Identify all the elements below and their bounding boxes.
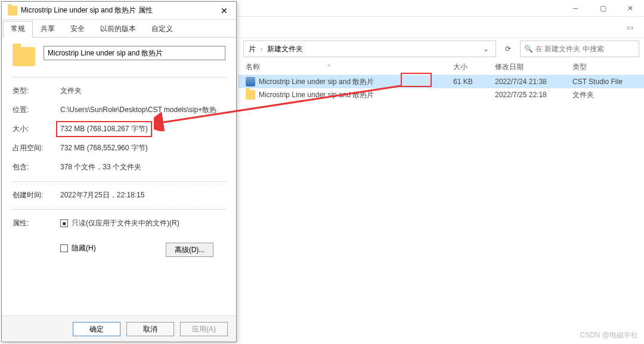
created-value: 2022年7月25日，22:18:15 xyxy=(60,190,225,200)
close-button[interactable]: ✕ xyxy=(212,2,236,20)
search-input[interactable]: 🔍 在 新建文件夹 中搜索 xyxy=(520,41,639,57)
details-icon[interactable]: ▭ xyxy=(620,18,639,37)
file-type: 文件夹 xyxy=(572,90,644,100)
folder-icon xyxy=(246,90,255,100)
minimize-button[interactable]: ─ xyxy=(562,0,589,17)
file-row[interactable]: Microstrip Line under sip and 散热片 61 KB … xyxy=(239,75,644,88)
breadcrumb-prefix[interactable]: 片 xyxy=(246,44,258,54)
annotation-highlight-size xyxy=(401,73,432,87)
cst-file-icon xyxy=(246,77,255,86)
readonly-checkbox[interactable]: ■ xyxy=(60,219,68,227)
ok-button[interactable]: 确定 xyxy=(73,322,120,336)
breadcrumb[interactable]: 片 › 新建文件夹 ⌄ xyxy=(243,41,496,57)
readonly-label: 只读(仅应用于文件夹中的文件)(R) xyxy=(72,218,179,228)
dialog-button-row: 确定 取消 应用(A) xyxy=(2,315,236,342)
search-icon: 🔍 xyxy=(524,45,533,53)
size-label: 大小: xyxy=(13,124,60,134)
hidden-label: 隐藏(H) xyxy=(72,243,96,253)
chevron-right-icon: › xyxy=(261,46,262,52)
file-date: 2022/7/25 22:18 xyxy=(495,91,572,99)
explorer-window: ─ ▢ ✕ ▭ 片 › 新建文件夹 ⌄ ⟳ 🔍 在 新建文件夹 中搜索 名称 ^… xyxy=(239,0,644,344)
size-on-disk-label: 占用空间: xyxy=(13,143,60,153)
maximize-button[interactable]: ▢ xyxy=(589,0,617,17)
sort-ascending-icon: ^ xyxy=(327,64,330,70)
tab-general[interactable]: 常规 xyxy=(3,21,33,38)
close-button[interactable]: ✕ xyxy=(617,0,644,17)
explorer-toolbar: ▭ xyxy=(239,17,644,38)
apply-button[interactable]: 应用(A) xyxy=(180,322,228,336)
created-label: 创建时间: xyxy=(13,190,60,200)
location-value: C:\Users\SunRole\Desktop\CST models\sip+… xyxy=(60,105,225,115)
type-value: 文件夹 xyxy=(60,86,225,96)
advanced-button[interactable]: 高级(D)... xyxy=(166,243,213,257)
properties-dialog: Microstrip Line under sip and 散热片 属性 ✕ 常… xyxy=(1,1,237,342)
attributes-label: 属性: xyxy=(13,218,60,234)
dialog-titlebar: Microstrip Line under sip and 散热片 属性 ✕ xyxy=(2,2,236,20)
location-label: 位置: xyxy=(13,105,60,115)
tab-strip: 常规 共享 安全 以前的版本 自定义 xyxy=(2,20,236,38)
file-date: 2022/7/24 21:38 xyxy=(495,78,572,86)
annotation-highlight-size-value: 732 MB (768,108,267 字节) xyxy=(56,121,152,137)
column-header-row: 名称 ^ 大小 修改日期 类型 xyxy=(239,60,644,75)
hidden-checkbox[interactable] xyxy=(60,244,68,252)
column-name[interactable]: 名称 ^ xyxy=(246,62,453,72)
breadcrumb-folder[interactable]: 新建文件夹 xyxy=(265,44,305,54)
contains-value: 378 个文件，33 个文件夹 xyxy=(60,162,225,172)
dialog-title: Microstrip Line under sip and 散热片 属性 xyxy=(21,5,212,16)
size-value: 732 MB (768,108,267 字节) xyxy=(60,124,225,134)
file-size: 61 KB xyxy=(453,78,495,86)
dialog-body: 类型: 文件夹 位置: C:\Users\SunRole\Desktop\CST… xyxy=(2,38,236,315)
tab-prev-versions[interactable]: 以前的版本 xyxy=(92,21,144,37)
address-dropdown-icon[interactable]: ⌄ xyxy=(479,45,493,53)
address-row: 片 › 新建文件夹 ⌄ ⟳ 🔍 在 新建文件夹 中搜索 xyxy=(239,38,644,60)
file-name: Microstrip Line under sip and 散热片 xyxy=(259,90,453,100)
cancel-button[interactable]: 取消 xyxy=(126,322,174,336)
folder-name-input[interactable] xyxy=(44,46,225,60)
file-type: CST Studio File xyxy=(572,78,644,86)
folder-icon xyxy=(8,6,17,16)
file-row[interactable]: Microstrip Line under sip and 散热片 2022/7… xyxy=(239,88,644,101)
search-placeholder: 在 新建文件夹 中搜索 xyxy=(535,44,604,54)
contains-label: 包含: xyxy=(13,162,60,172)
column-type[interactable]: 类型 xyxy=(572,62,644,72)
tab-sharing[interactable]: 共享 xyxy=(33,21,63,37)
folder-icon xyxy=(13,47,35,66)
size-on-disk-value: 732 MB (768,552,960 字节) xyxy=(60,143,225,153)
refresh-icon[interactable]: ⟳ xyxy=(501,45,515,53)
watermark: CSDN @电磁学社 xyxy=(580,330,638,340)
tab-customize[interactable]: 自定义 xyxy=(144,21,181,37)
type-label: 类型: xyxy=(13,86,60,96)
column-date[interactable]: 修改日期 xyxy=(495,62,572,72)
explorer-titlebar: ─ ▢ ✕ xyxy=(239,0,644,17)
column-size[interactable]: 大小 xyxy=(453,62,495,72)
tab-security[interactable]: 安全 xyxy=(63,21,92,37)
